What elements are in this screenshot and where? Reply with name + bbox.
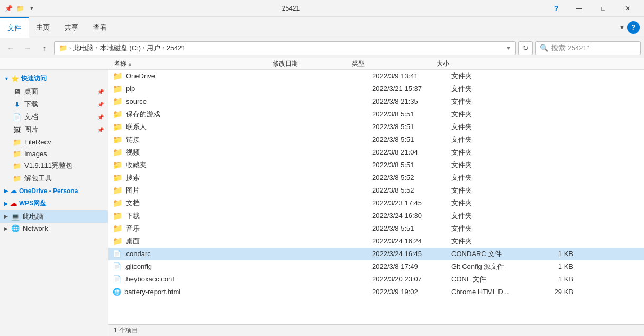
address-dropdown-icon[interactable]: ▼ [506,45,511,51]
file-cell-name: 📁 下载 [113,211,372,221]
sidebar-section-wps[interactable]: ▶ ☁ WPS网盘 [0,197,108,210]
file-area: 📁 OneDrive 2022/3/9 13:41 文件夹 📁 pip 2022… [108,70,644,336]
file-row[interactable]: 📁⭐ 链接 2022/3/8 5:51 文件夹 [108,133,644,146]
file-icon: 📁 [113,186,123,195]
file-row[interactable]: 📄 .gitconfig 2022/3/8 17:49 Git Config 源… [108,260,644,273]
address-chevron-3: › [143,45,144,51]
ribbon-help-icon[interactable]: ? [627,21,640,34]
file-cell-type: 文件夹 [451,211,531,221]
address-bar[interactable]: 📁 › 此电脑 › 本地磁盘 (C:) › 用户 › 25421 ▼ [54,41,516,55]
file-cell-name: 🌐 battery-report.html [113,288,372,296]
file-cell-size: 1 KB [531,275,573,283]
file-icon: 📁 [113,224,123,233]
tab-view[interactable]: 查看 [86,17,114,38]
file-row[interactable]: 📁⭐ 收藏夹 2022/3/8 5:51 文件夹 [108,159,644,171]
file-name: 收藏夹 [126,160,147,170]
file-row[interactable]: 📁⭐ 保存的游戏 2022/3/8 5:51 文件夹 [108,108,644,121]
close-button[interactable]: ✕ [615,0,640,17]
unpack-icon: 📁 [13,174,21,183]
sidebar-item-downloads[interactable]: ⬇ 下载 📌 [0,98,108,111]
file-cell-name: 📁 source [113,97,372,106]
file-icon: 📁 [113,71,123,81]
file-row[interactable]: 🌐 battery-report.html 2022/3/9 19:02 Chr… [108,286,644,298]
minimize-button[interactable]: — [567,0,591,17]
sidebar-item-this-pc[interactable]: ▶ 💻 此电脑 [0,210,108,223]
file-row[interactable]: 📁 pip 2022/3/21 15:37 文件夹 [108,83,644,95]
file-row[interactable]: 📁 文档 2022/3/23 17:45 文件夹 [108,197,644,210]
images-icon: 📁 [13,149,21,158]
file-row[interactable]: 📁⭐ 搜索 2022/3/8 5:52 文件夹 [108,171,644,184]
sidebar-item-v1[interactable]: 📁 V1.9.111完整包 [0,159,108,172]
tab-home[interactable]: 主页 [29,17,57,38]
up-button[interactable]: ↑ [37,41,52,56]
file-cell-name: 📁⭐ 链接 [113,135,372,144]
col-header-type[interactable]: 类型 [352,59,437,68]
file-cell-name: 📁⭐ 搜索 [113,173,372,183]
file-row[interactable]: 📁 图片 2022/3/8 5:52 文件夹 [108,184,644,197]
address-part-users[interactable]: 用户 [147,43,160,53]
sidebar-item-filerecv[interactable]: 📁 FileRecv [0,136,108,148]
file-cell-date: 2022/3/8 5:51 [372,123,451,131]
address-chevron-4: › [162,45,164,51]
file-row[interactable]: 📁 OneDrive 2022/3/9 13:41 文件夹 [108,70,644,83]
pin-icon[interactable]: 📌 [4,4,13,13]
file-row[interactable]: 📁 桌面 2022/3/24 16:24 文件夹 [108,235,644,248]
sidebar-item-network[interactable]: ▶ 🌐 Network [0,223,108,234]
file-row[interactable]: 📁 source 2022/3/8 21:35 文件夹 [108,95,644,108]
col-header-size[interactable]: 大小 [437,59,479,68]
maximize-button[interactable]: □ [591,0,615,17]
back-button[interactable]: ← [3,41,18,56]
file-icon: 📄 [113,250,121,258]
file-icon: 📁 [113,237,123,246]
file-row[interactable]: 📁 下载 2022/3/24 16:30 文件夹 [108,210,644,222]
col-header-modified[interactable]: 修改日期 [273,59,352,68]
this-pc-chevron: ▶ [4,214,8,219]
window-controls: ? — □ ✕ [546,0,640,17]
file-icon: 🌐 [113,288,121,296]
sidebar-item-unpack[interactable]: 📁 解包工具 [0,172,108,185]
folder-icon[interactable]: 📁 [16,4,24,13]
pictures-icon: 🖼 [13,125,21,134]
title-bar-left-icons: 📌 📁 ▼ [4,4,36,13]
file-cell-date: 2022/3/8 5:52 [372,174,451,181]
sidebar-section-onedrive[interactable]: ▶ ☁ OneDrive - Persona [0,185,108,197]
sidebar-item-documents[interactable]: 📄 文档 📌 [0,111,108,123]
col-header-name[interactable]: 名称 ▲ [114,59,273,68]
tab-file[interactable]: 文件 [0,17,29,38]
help-button[interactable]: ? [546,0,567,17]
ribbon-expand-icon[interactable]: ▼ [619,24,625,31]
sidebar-item-desktop[interactable]: 🖥 桌面 📌 [0,85,108,98]
file-row[interactable]: 📁 视频 2022/3/8 21:04 文件夹 [108,146,644,159]
onedrive-icon: ☁ [10,187,17,195]
file-cell-date: 2022/3/8 21:35 [372,97,451,105]
tab-share[interactable]: 共享 [57,17,86,38]
sidebar-section-quick-access[interactable]: ▼ ⭐ 快速访问 [0,72,108,85]
file-row[interactable]: 📄 .heyboxacc.conf 2022/3/20 23:07 CONF 文… [108,273,644,286]
refresh-button[interactable]: ↻ [518,41,533,55]
file-icon: 📁⭐ [113,173,123,183]
sidebar-item-images[interactable]: 📁 Images [0,148,108,159]
sidebar-item-label-v1: V1.9.111完整包 [24,161,72,170]
file-row[interactable]: 📁 音乐 2022/3/8 5:51 文件夹 [108,222,644,235]
sidebar-item-label-documents: 文档 [24,112,38,122]
sidebar-item-pictures[interactable]: 🖼 图片 📌 [0,123,108,136]
file-name: 文档 [126,198,140,208]
address-part-current[interactable]: 25421 [167,44,186,52]
file-cell-type: 文件夹 [451,160,531,170]
dropdown-icon[interactable]: ▼ [28,4,36,13]
file-name: 保存的游戏 [126,110,160,119]
file-name: .gitconfig [124,262,152,270]
file-cell-date: 2022/3/8 5:51 [372,135,451,143]
file-name: 链接 [126,135,140,144]
file-row[interactable]: 📁⭐ 联系人 2022/3/8 5:51 文件夹 [108,121,644,133]
documents-icon: 📄 [13,113,21,121]
file-icon: 📁 [113,211,123,221]
file-cell-type: 文件夹 [451,122,531,132]
file-icon: 📁⭐ [113,110,123,119]
forward-button[interactable]: → [20,41,35,56]
search-bar[interactable]: 🔍 搜索"25421" [535,41,641,55]
address-part-drive[interactable]: 本地磁盘 (C:) [100,43,141,53]
address-part-computer[interactable]: 此电脑 [73,43,94,53]
file-row[interactable]: 📄 .condarc 2022/3/24 16:45 CONDARC 文件 1 … [108,248,644,260]
address-row: ← → ↑ 📁 › 此电脑 › 本地磁盘 (C:) › 用户 › 25421 ▼… [0,38,644,58]
